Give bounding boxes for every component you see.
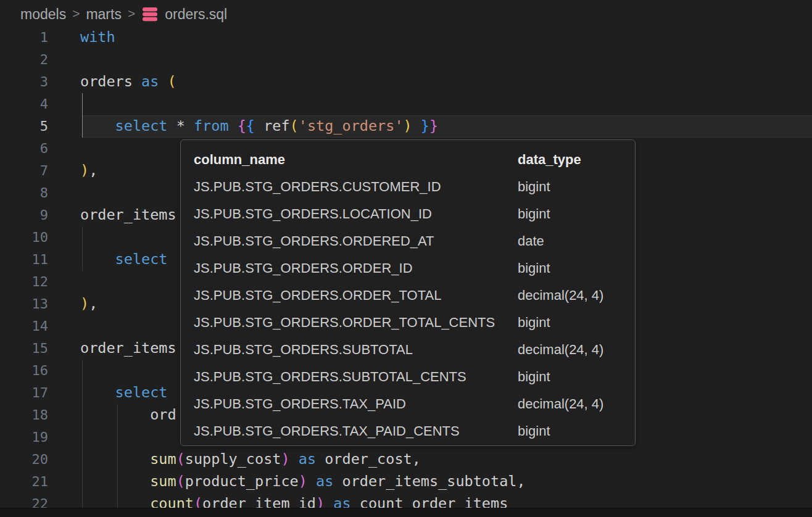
code-token: , xyxy=(89,295,97,312)
code-token: select xyxy=(115,250,168,268)
code-token: ord xyxy=(150,406,176,423)
line-number[interactable]: 5 xyxy=(0,115,48,138)
data-type-cell: bigint xyxy=(518,418,550,445)
line-number[interactable]: 18 xyxy=(0,404,48,426)
line-number[interactable]: 11 xyxy=(0,249,48,271)
code-line[interactable]: 21 sum(product_price) as order_items_sub… xyxy=(0,471,812,493)
data-type-cell: date xyxy=(518,228,544,255)
code-token: with xyxy=(80,28,115,46)
line-number[interactable]: 9 xyxy=(0,204,48,226)
bottom-panel-strip xyxy=(0,508,812,517)
line-number[interactable]: 3 xyxy=(0,71,48,93)
schema-row: JS.PUB.STG_ORDERS.SUBTOTAL_CENTSbigint xyxy=(181,363,635,391)
data-type-cell: bigint xyxy=(518,255,550,282)
data-type-cell: bigint xyxy=(518,201,550,228)
line-number[interactable]: 21 xyxy=(0,471,48,493)
column-name-cell: JS.PUB.STG_ORDERS.ORDER_ID xyxy=(194,260,413,276)
code-token: product_price xyxy=(185,473,299,490)
schema-row: JS.PUB.STG_ORDERS.ORDER_TOTAL_CENTSbigin… xyxy=(181,309,635,336)
line-number[interactable]: 19 xyxy=(0,426,48,449)
code-token: sum xyxy=(150,473,176,490)
code-token: order_items xyxy=(80,339,176,357)
data-type-cell: decimal(24, 4) xyxy=(518,282,603,309)
breadcrumb: models > marts > orders.sql xyxy=(20,4,227,24)
breadcrumb-item-file[interactable]: orders.sql xyxy=(165,6,227,23)
code-text: ), xyxy=(80,160,97,182)
code-text: ord xyxy=(80,404,176,426)
line-number[interactable]: 2 xyxy=(0,49,48,71)
code-token: ( xyxy=(290,117,299,134)
code-token: * xyxy=(176,117,194,134)
breadcrumb-item-marts[interactable]: marts xyxy=(86,6,122,23)
data-type-header: data_type xyxy=(518,146,581,173)
code-token: order_items xyxy=(80,206,176,223)
schema-row: JS.PUB.STG_ORDERS.TAX_PAIDdecimal(24, 4) xyxy=(181,391,635,418)
line-number[interactable]: 1 xyxy=(0,27,48,49)
database-icon xyxy=(142,7,158,22)
code-token: ( xyxy=(176,473,185,490)
data-type-cell: decimal(24, 4) xyxy=(518,391,603,418)
code-token: ) xyxy=(299,473,307,490)
column-name-cell: JS.PUB.STG_ORDERS.SUBTOTAL xyxy=(194,342,413,357)
code-text: select xyxy=(80,249,167,271)
line-number[interactable]: 12 xyxy=(0,271,48,293)
code-token: supply_cost xyxy=(185,450,281,468)
code-token: , xyxy=(89,162,97,179)
line-number[interactable]: 13 xyxy=(0,293,48,315)
breadcrumb-item-models[interactable]: models xyxy=(20,6,66,23)
column-name-cell: JS.PUB.STG_ORDERS.SUBTOTAL_CENTS xyxy=(194,369,466,384)
schema-row: JS.PUB.STG_ORDERS.TAX_PAID_CENTSbigint xyxy=(181,418,635,445)
data-type-cell: bigint xyxy=(518,173,550,201)
code-text: orders as ( xyxy=(80,71,176,93)
schema-row: JS.PUB.STG_ORDERS.ORDERED_ATdate xyxy=(181,228,635,255)
code-token: ) xyxy=(80,162,89,179)
code-token xyxy=(412,117,421,134)
chevron-right-icon: > xyxy=(128,6,135,21)
code-text: select * from {{ ref('stg_orders') }} xyxy=(80,115,438,138)
column-name-header: column_name xyxy=(194,152,285,167)
line-number[interactable]: 14 xyxy=(0,315,48,337)
line-number[interactable]: 6 xyxy=(0,138,48,160)
column-name-cell: JS.PUB.STG_ORDERS.ORDERED_AT xyxy=(194,233,434,249)
line-number[interactable]: 16 xyxy=(0,360,48,382)
line-number[interactable]: 7 xyxy=(0,160,48,182)
schema-row: JS.PUB.STG_ORDERS.ORDER_TOTALdecimal(24,… xyxy=(181,282,635,309)
line-number[interactable]: 8 xyxy=(0,182,48,204)
code-token xyxy=(80,250,115,268)
line-number[interactable]: 4 xyxy=(0,93,48,115)
code-line[interactable]: 20 sum(supply_cost) as order_cost, xyxy=(0,449,812,471)
code-text: order_items xyxy=(80,204,176,226)
code-line[interactable]: 1with xyxy=(0,27,812,49)
line-number[interactable]: 10 xyxy=(0,226,48,249)
line-number[interactable]: 15 xyxy=(0,337,48,360)
code-token xyxy=(80,406,150,423)
column-name-cell: JS.PUB.STG_ORDERS.LOCATION_ID xyxy=(194,206,432,221)
code-token: order_cost, xyxy=(316,450,421,468)
code-line[interactable]: 4 xyxy=(0,93,812,115)
schema-popup: column_name data_type JS.PUB.STG_ORDERS.… xyxy=(180,139,636,446)
code-token: orders xyxy=(80,73,141,90)
code-token xyxy=(80,384,115,401)
code-line[interactable]: 2 xyxy=(0,49,812,71)
code-token: } xyxy=(421,117,429,134)
code-line[interactable]: 5 select * from {{ ref('stg_orders') }} xyxy=(0,115,812,138)
code-token: ( xyxy=(168,73,176,90)
code-text: with xyxy=(80,27,115,49)
code-token: 'stg_orders' xyxy=(299,117,404,134)
schema-row: JS.PUB.STG_ORDERS.LOCATION_IDbigint xyxy=(181,201,635,228)
code-token xyxy=(307,473,316,490)
code-token: from xyxy=(194,117,238,134)
chevron-right-icon: > xyxy=(72,6,80,21)
code-token: ref xyxy=(255,117,290,134)
line-number[interactable]: 17 xyxy=(0,382,48,404)
code-line[interactable]: 3orders as ( xyxy=(0,71,812,93)
code-token: sum xyxy=(150,450,176,468)
line-number[interactable]: 20 xyxy=(0,449,48,471)
code-token xyxy=(80,450,150,468)
code-token: as xyxy=(316,473,333,490)
code-text: sum(supply_cost) as order_cost, xyxy=(80,449,421,471)
data-type-cell: decimal(24, 4) xyxy=(518,336,603,363)
code-token: ) xyxy=(404,117,412,134)
column-name-cell: JS.PUB.STG_ORDERS.CUSTOMER_ID xyxy=(194,179,441,194)
column-name-cell: JS.PUB.STG_ORDERS.TAX_PAID xyxy=(194,396,406,412)
